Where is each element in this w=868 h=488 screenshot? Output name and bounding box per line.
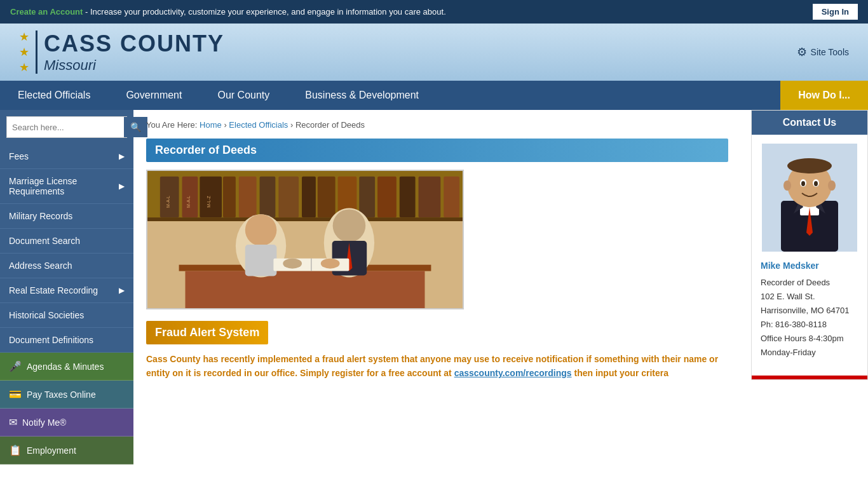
breadcrumb-current: Recorder of Deeds xyxy=(295,120,365,130)
contact-role: Recorder of Deeds xyxy=(761,276,858,290)
sidebar-item-military-label: Military Records xyxy=(9,211,72,221)
svg-text:M-A-L: M-A-L xyxy=(186,196,191,208)
fraud-alert-text: Cass County has recently implemented a f… xyxy=(146,352,728,381)
star-icon-2: ★ xyxy=(19,45,29,59)
sidebar-item-document-defs[interactable]: Document Definitions xyxy=(0,328,133,353)
svg-rect-8 xyxy=(278,177,299,217)
svg-text:M-A-L: M-A-L xyxy=(166,196,170,208)
contact-address2: Harrisonville, MO 64701 xyxy=(761,304,858,318)
contact-box: Contact Us xyxy=(751,110,868,380)
quick-link-pay-taxes-label: Pay Taxes Online xyxy=(27,390,96,400)
breadcrumb: You Are Here: Home › Elected Officials ›… xyxy=(146,120,728,130)
breadcrumb-prefix: You Are Here: xyxy=(146,120,200,130)
logo-state-name: Missouri xyxy=(44,57,224,74)
svg-rect-10 xyxy=(318,177,336,217)
sidebar-item-address-search[interactable]: Address Search xyxy=(0,254,133,278)
contact-info: Recorder of Deeds 102 E. Wall St. Harris… xyxy=(752,276,867,369)
left-sidebar: 🔍 Fees ▶ Marriage License Requirements ▶… xyxy=(0,110,133,464)
main-content-area: You Are Here: Home › Elected Officials ›… xyxy=(133,110,741,464)
microphone-icon: 🎤 xyxy=(9,360,22,372)
sidebar-item-fees-label: Fees xyxy=(9,151,29,161)
nav-how-do-i[interactable]: How Do I... xyxy=(780,81,868,110)
quick-link-employment[interactable]: 📋 Employment xyxy=(0,437,133,464)
logo-stars: ★ ★ ★ xyxy=(19,30,29,74)
breadcrumb-home[interactable]: Home xyxy=(200,120,222,130)
clipboard-icon: 📋 xyxy=(9,444,22,456)
svg-rect-15 xyxy=(419,177,441,217)
site-tools-button[interactable]: ⚙ Site Tools xyxy=(797,45,849,59)
search-input[interactable] xyxy=(7,118,124,137)
svg-rect-14 xyxy=(400,177,416,217)
main-content-image: M-A-L M-A-L M-L-Z xyxy=(146,170,464,309)
arrow-icon: ▶ xyxy=(119,286,125,295)
red-bar-divider xyxy=(752,376,867,379)
site-header: ★ ★ ★ CASS COUNTY Missouri ⚙ Site Tools xyxy=(0,24,868,81)
sidebar-item-real-estate[interactable]: Real Estate Recording ▶ xyxy=(0,278,133,303)
contact-photo xyxy=(762,144,857,252)
sidebar-item-historical[interactable]: Historical Societies xyxy=(0,303,133,328)
quick-link-employment-label: Employment xyxy=(27,445,76,456)
nav-elected-officials[interactable]: Elected Officials xyxy=(0,81,108,110)
create-account-link[interactable]: Create an Account xyxy=(10,7,83,17)
person-illustration xyxy=(762,144,857,252)
quick-link-pay-taxes[interactable]: 💳 Pay Taxes Online xyxy=(0,381,133,409)
gear-icon: ⚙ xyxy=(797,45,807,59)
top-bar: Create an Account - Increase your produc… xyxy=(0,0,868,24)
svg-point-43 xyxy=(787,158,832,173)
nav-government[interactable]: Government xyxy=(108,81,200,110)
logo-county-name: CASS COUNTY xyxy=(44,30,224,57)
contact-days: Monday-Friday xyxy=(761,346,858,360)
page-title: Recorder of Deeds xyxy=(146,139,728,162)
sidebar-item-marriage-label: Marriage License Requirements xyxy=(9,176,119,196)
svg-rect-7 xyxy=(260,177,276,217)
quick-link-notify-label: Notify Me® xyxy=(22,417,66,428)
page-layout: 🔍 Fees ▶ Marriage License Requirements ▶… xyxy=(0,110,868,464)
svg-rect-16 xyxy=(444,177,459,217)
sidebar-item-document-search-label: Document Search xyxy=(9,236,80,246)
fraud-alert-heading: Fraud Alert System xyxy=(146,321,268,344)
recorder-illustration: M-A-L M-A-L M-L-Z xyxy=(147,170,463,309)
arrow-icon: ▶ xyxy=(119,152,125,161)
sign-in-button[interactable]: Sign In xyxy=(813,4,858,20)
main-navigation: Elected Officials Government Our County … xyxy=(0,81,868,110)
sidebar-menu: Fees ▶ Marriage License Requirements ▶ M… xyxy=(0,144,133,353)
sidebar-item-marriage[interactable]: Marriage License Requirements ▶ xyxy=(0,169,133,204)
svg-text:M-L-Z: M-L-Z xyxy=(207,195,211,207)
sidebar-item-military[interactable]: Military Records xyxy=(0,204,133,229)
contact-address1: 102 E. Wall St. xyxy=(761,290,858,304)
breadcrumb-elected[interactable]: Elected Officials xyxy=(229,120,288,130)
svg-rect-9 xyxy=(302,177,316,217)
sidebar-item-address-search-label: Address Search xyxy=(9,261,72,271)
svg-rect-26 xyxy=(245,245,277,276)
site-tools-label: Site Tools xyxy=(811,47,849,57)
svg-rect-6 xyxy=(239,177,257,217)
svg-point-33 xyxy=(283,259,302,269)
quick-link-agendas-label: Agendas & Minutes xyxy=(27,362,104,372)
sidebar-item-document-search[interactable]: Document Search xyxy=(0,229,133,254)
quick-link-notify[interactable]: ✉ Notify Me® xyxy=(0,409,133,437)
recorder-image: M-A-L M-A-L M-L-Z xyxy=(147,171,463,308)
svg-point-25 xyxy=(245,214,277,246)
logo-text: CASS COUNTY Missouri xyxy=(36,30,224,74)
sidebar-search-box: 🔍 xyxy=(6,116,127,138)
sidebar-item-document-defs-label: Document Definitions xyxy=(9,335,93,345)
contact-phone: Ph: 816-380-8118 xyxy=(761,318,858,332)
svg-rect-20 xyxy=(147,217,463,221)
svg-point-48 xyxy=(783,180,791,191)
credit-card-icon: 💳 xyxy=(9,388,22,400)
nav-our-county[interactable]: Our County xyxy=(200,81,287,110)
sidebar-item-real-estate-label: Real Estate Recording xyxy=(9,285,98,295)
svg-point-28 xyxy=(333,209,366,242)
recordings-link[interactable]: casscounty.com/recordings xyxy=(454,368,572,378)
nav-business-development[interactable]: Business & Development xyxy=(287,81,437,110)
contact-header: Contact Us xyxy=(752,111,867,135)
svg-point-46 xyxy=(801,181,805,186)
sidebar-item-historical-label: Historical Societies xyxy=(9,310,84,320)
contact-name: Mike Medsker xyxy=(752,261,867,276)
logo-area: ★ ★ ★ CASS COUNTY Missouri xyxy=(19,30,224,74)
svg-point-34 xyxy=(321,259,340,269)
svg-rect-12 xyxy=(359,177,375,217)
quick-link-agendas[interactable]: 🎤 Agendas & Minutes xyxy=(0,353,133,381)
svg-rect-5 xyxy=(223,177,236,217)
sidebar-item-fees[interactable]: Fees ▶ xyxy=(0,144,133,169)
